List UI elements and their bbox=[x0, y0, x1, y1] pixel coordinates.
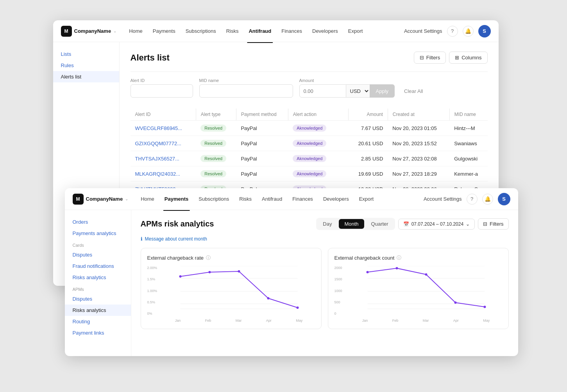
chart-chargeback-rate: External chargeback rate ⓘ 2.00% 1.5% 1.… bbox=[141, 248, 322, 329]
nav-export-2[interactable]: Export bbox=[354, 194, 379, 204]
brand-chevron-2: ⌄ bbox=[125, 197, 128, 201]
chart-svg-1 bbox=[163, 266, 315, 317]
nav-home-2[interactable]: Home bbox=[136, 194, 159, 204]
sidebar-risks-analytics-cards[interactable]: Risks analytics bbox=[65, 272, 131, 283]
table-row: MLKAGRQI24032... Resolved PayPal Aknowle… bbox=[131, 166, 488, 182]
cell-spacer bbox=[338, 136, 349, 151]
chart-svg-container-2: Jan Feb Mar Apr May bbox=[350, 266, 502, 323]
th-amount: Amount bbox=[349, 109, 388, 121]
cell-alert-type: Resolved bbox=[196, 136, 236, 151]
charts-row: External chargeback rate ⓘ 2.00% 1.5% 1.… bbox=[141, 248, 509, 329]
sidebar-rules[interactable]: Rules bbox=[53, 60, 119, 71]
mid-name-input[interactable] bbox=[199, 84, 293, 98]
y-axis-2: 2000 1500 1000 500 0 bbox=[334, 266, 349, 323]
notification-icon-1[interactable]: 🔔 bbox=[463, 26, 474, 37]
brand-chevron-1: ⌄ bbox=[113, 29, 116, 33]
alert-id-link[interactable]: GZIXGQQM07772... bbox=[135, 141, 182, 146]
sidebar-lists[interactable]: Lists bbox=[53, 48, 119, 60]
sidebar-fraud-notifications[interactable]: Fraud notifications bbox=[65, 260, 131, 272]
date-range-button[interactable]: 📅 07.07.2024 – 07.10.2024 ⌄ bbox=[398, 219, 475, 230]
brand-2[interactable]: M CompanyName ⌄ bbox=[73, 194, 129, 205]
filter-icon-1: ⊟ bbox=[420, 55, 424, 61]
sidebar-routing[interactable]: Routing bbox=[65, 316, 131, 327]
chevron-down-icon: ⌄ bbox=[466, 221, 470, 227]
brand-icon-1: M bbox=[61, 26, 72, 37]
sidebar-payment-links[interactable]: Payment links bbox=[65, 327, 131, 339]
alert-id-input[interactable] bbox=[131, 84, 193, 98]
nav-subscriptions-1[interactable]: Subscriptions bbox=[181, 26, 221, 36]
amount-label: Amount bbox=[299, 78, 395, 83]
sidebar-disputes-cards[interactable]: Disputes bbox=[65, 249, 131, 260]
amount-input[interactable] bbox=[299, 84, 346, 98]
sidebar-payments-analytics[interactable]: Payments analytics bbox=[65, 228, 131, 239]
th-created-at: Created at bbox=[388, 109, 449, 121]
alert-id-link[interactable]: WVECGLRF86945... bbox=[135, 125, 182, 131]
cell-alert-type: Resolved bbox=[196, 166, 236, 182]
time-quarter-btn[interactable]: Quarter bbox=[366, 219, 394, 229]
table-header: Alert ID Alert type Payment method Alert… bbox=[131, 109, 488, 121]
nav-risks-1[interactable]: Risks bbox=[222, 26, 243, 36]
filter-icon-2: ⊟ bbox=[483, 221, 487, 227]
notification-icon-2[interactable]: 🔔 bbox=[482, 194, 493, 205]
window-payments: M CompanyName ⌄ Home Payments Subscripti… bbox=[65, 188, 518, 356]
time-month-btn[interactable]: Month bbox=[339, 219, 364, 229]
alert-id-link[interactable]: MLKAGRQI24032... bbox=[135, 171, 181, 177]
help-icon-2[interactable]: ? bbox=[467, 194, 478, 205]
nav-antifraud-2[interactable]: Antifraud bbox=[257, 194, 287, 204]
nav-finances-1[interactable]: Finances bbox=[277, 26, 307, 36]
time-toggle: Day Month Quarter bbox=[316, 218, 395, 230]
filter-mid-name: MID name bbox=[199, 78, 293, 98]
nav-subscriptions-2[interactable]: Subscriptions bbox=[194, 194, 234, 204]
resolved-badge: Resolved bbox=[200, 140, 226, 147]
cell-payment-method: PayPal bbox=[236, 136, 288, 151]
cell-created: Nov 20, 2023 15:52 bbox=[388, 136, 449, 151]
nav-payments-2[interactable]: Payments bbox=[160, 194, 193, 204]
cell-created: Nov 27, 2023 18:29 bbox=[388, 166, 449, 182]
help-icon-1[interactable]: ? bbox=[447, 26, 458, 37]
brand-1[interactable]: M CompanyName ⌄ bbox=[61, 26, 117, 37]
chart-info-icon-2[interactable]: ⓘ bbox=[397, 255, 401, 261]
filters-button-1[interactable]: ⊟ Filters bbox=[414, 52, 446, 64]
acknowledged-badge: Aknowledged bbox=[293, 155, 326, 162]
nav-export-1[interactable]: Export bbox=[343, 26, 368, 36]
nav-antifraud-1[interactable]: Antifraud bbox=[244, 26, 276, 36]
nav-developers-2[interactable]: Developers bbox=[318, 194, 354, 204]
sidebar-disputes-apms[interactable]: Disputes bbox=[65, 293, 131, 305]
cell-alert-id: WVECGLRF86945... bbox=[131, 121, 196, 136]
cell-payment-method: PayPal bbox=[236, 166, 288, 182]
svg-point-15 bbox=[366, 271, 368, 273]
nav-developers-1[interactable]: Developers bbox=[308, 26, 343, 36]
nav-home-1[interactable]: Home bbox=[124, 26, 147, 36]
nav-risks-2[interactable]: Risks bbox=[234, 194, 256, 204]
cell-alert-action: Aknowledged bbox=[288, 136, 337, 151]
filters-button-2[interactable]: ⊟ Filters bbox=[478, 218, 508, 230]
currency-select[interactable]: USD EUR bbox=[346, 84, 370, 98]
columns-button-1[interactable]: ⊞ Columns bbox=[449, 52, 487, 64]
nav-payments-1[interactable]: Payments bbox=[148, 26, 180, 36]
avatar-1[interactable]: S bbox=[478, 25, 491, 37]
account-settings-link-1[interactable]: Account Settings bbox=[404, 28, 442, 34]
sidebar-cards-label: Cards bbox=[65, 239, 131, 249]
sidebar-risks-analytics-apms[interactable]: Risks analytics bbox=[65, 305, 131, 316]
chart-area-1: 2.00% 1.5% 1.00% 0.5% 0% bbox=[147, 266, 315, 323]
cell-created: Nov 20, 2023 01:05 bbox=[388, 121, 449, 136]
resolved-badge: Resolved bbox=[200, 155, 226, 162]
sidebar-orders[interactable]: Orders bbox=[65, 216, 131, 228]
clear-all-button[interactable]: Clear All bbox=[404, 84, 423, 98]
svg-point-7 bbox=[238, 270, 240, 273]
th-alert-action: Alert action bbox=[288, 109, 337, 121]
sidebar-alerts-list[interactable]: Alerts list bbox=[53, 71, 119, 82]
nav-finances-2[interactable]: Finances bbox=[288, 194, 318, 204]
chart-info-icon-1[interactable]: ⓘ bbox=[206, 255, 211, 261]
avatar-2[interactable]: S bbox=[498, 193, 510, 205]
cell-alert-id: MLKAGRQI24032... bbox=[131, 166, 196, 182]
cell-mid: Kemmer-a bbox=[449, 166, 487, 182]
alert-id-link[interactable]: THVTSAJX56527... bbox=[135, 156, 179, 162]
account-settings-link-2[interactable]: Account Settings bbox=[424, 196, 462, 202]
cell-amount: 7.67 USD bbox=[349, 121, 388, 136]
cell-amount: 19.69 USD bbox=[349, 166, 388, 182]
apply-button[interactable]: Apply bbox=[370, 84, 395, 98]
acknowledged-badge: Aknowledged bbox=[293, 125, 326, 132]
time-day-btn[interactable]: Day bbox=[317, 219, 337, 229]
amount-row: USD EUR Apply bbox=[299, 84, 395, 98]
